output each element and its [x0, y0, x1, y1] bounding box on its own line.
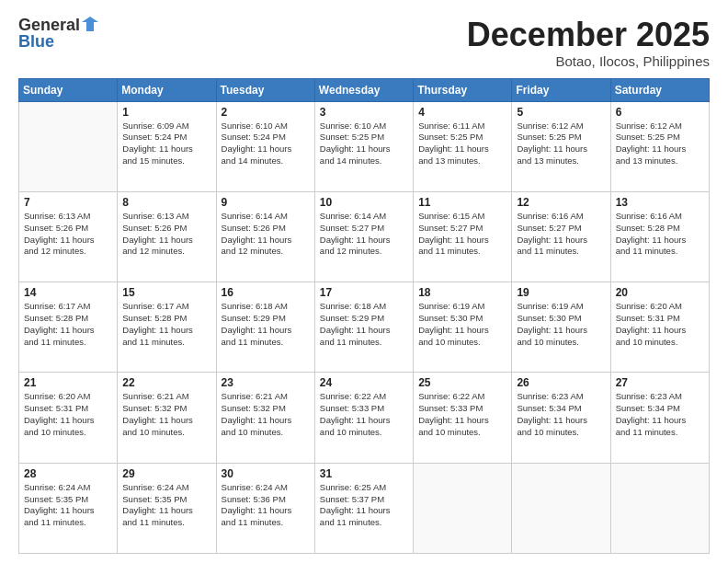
calendar-cell: 6Sunrise: 6:12 AM Sunset: 5:25 PM Daylig…: [610, 101, 709, 191]
day-number: 25: [418, 376, 506, 389]
calendar-cell: 13Sunrise: 6:16 AM Sunset: 5:28 PM Dayli…: [610, 191, 709, 282]
day-number: 20: [616, 286, 704, 299]
calendar-cell: 23Sunrise: 6:21 AM Sunset: 5:32 PM Dayli…: [216, 373, 314, 463]
day-info: Sunrise: 6:17 AM Sunset: 5:28 PM Dayligh…: [122, 301, 210, 348]
calendar-cell: 31Sunrise: 6:25 AM Sunset: 5:37 PM Dayli…: [314, 463, 413, 553]
calendar-cell: 10Sunrise: 6:14 AM Sunset: 5:27 PM Dayli…: [314, 191, 413, 282]
day-number: 31: [320, 467, 408, 480]
day-info: Sunrise: 6:24 AM Sunset: 5:36 PM Dayligh…: [222, 482, 310, 529]
calendar-cell: 25Sunrise: 6:22 AM Sunset: 5:33 PM Dayli…: [414, 373, 512, 463]
calendar-cell: 27Sunrise: 6:23 AM Sunset: 5:34 PM Dayli…: [610, 373, 709, 463]
week-row-1: 7Sunrise: 6:13 AM Sunset: 5:26 PM Daylig…: [19, 191, 710, 282]
day-info: Sunrise: 6:14 AM Sunset: 5:26 PM Dayligh…: [222, 211, 310, 258]
day-info: Sunrise: 6:23 AM Sunset: 5:34 PM Dayligh…: [616, 391, 704, 438]
day-number: 7: [24, 196, 112, 209]
day-info: Sunrise: 6:15 AM Sunset: 5:27 PM Dayligh…: [418, 211, 506, 258]
svg-marker-0: [82, 17, 98, 31]
calendar-cell: 21Sunrise: 6:20 AM Sunset: 5:31 PM Dayli…: [19, 373, 118, 463]
header-row: SundayMondayTuesdayWednesdayThursdayFrid…: [19, 78, 710, 101]
day-info: Sunrise: 6:13 AM Sunset: 5:26 PM Dayligh…: [24, 211, 112, 258]
calendar-cell: 19Sunrise: 6:19 AM Sunset: 5:30 PM Dayli…: [512, 282, 610, 373]
day-header-wednesday: Wednesday: [314, 78, 413, 101]
calendar-table: SundayMondayTuesdayWednesdayThursdayFrid…: [18, 78, 710, 554]
month-title: December 2025: [467, 17, 710, 53]
day-number: 5: [517, 106, 605, 119]
calendar-cell: 20Sunrise: 6:20 AM Sunset: 5:31 PM Dayli…: [610, 282, 709, 373]
calendar-cell: 4Sunrise: 6:11 AM Sunset: 5:25 PM Daylig…: [414, 101, 512, 191]
calendar-cell: 12Sunrise: 6:16 AM Sunset: 5:27 PM Dayli…: [512, 191, 610, 282]
day-number: 29: [122, 467, 210, 480]
day-header-monday: Monday: [118, 78, 216, 101]
day-header-sunday: Sunday: [19, 78, 118, 101]
day-info: Sunrise: 6:25 AM Sunset: 5:37 PM Dayligh…: [320, 482, 408, 529]
day-info: Sunrise: 6:24 AM Sunset: 5:35 PM Dayligh…: [122, 482, 210, 529]
calendar-cell: 24Sunrise: 6:22 AM Sunset: 5:33 PM Dayli…: [314, 373, 413, 463]
day-number: 21: [24, 376, 112, 389]
week-row-2: 14Sunrise: 6:17 AM Sunset: 5:28 PM Dayli…: [19, 282, 710, 373]
day-info: Sunrise: 6:22 AM Sunset: 5:33 PM Dayligh…: [320, 391, 408, 438]
day-header-thursday: Thursday: [414, 78, 512, 101]
day-number: 9: [222, 196, 310, 209]
day-info: Sunrise: 6:17 AM Sunset: 5:28 PM Dayligh…: [24, 301, 112, 348]
day-number: 14: [24, 286, 112, 299]
day-number: 22: [122, 376, 210, 389]
day-info: Sunrise: 6:18 AM Sunset: 5:29 PM Dayligh…: [320, 301, 408, 348]
day-number: 10: [320, 196, 408, 209]
day-number: 23: [222, 376, 310, 389]
page: General Blue December 2025 Botao, Ilocos…: [0, 0, 728, 563]
day-info: Sunrise: 6:19 AM Sunset: 5:30 PM Dayligh…: [517, 301, 605, 348]
header: General Blue December 2025 Botao, Ilocos…: [18, 17, 710, 69]
day-number: 27: [616, 376, 704, 389]
day-number: 6: [616, 106, 704, 119]
week-row-0: 1Sunrise: 6:09 AM Sunset: 5:24 PM Daylig…: [19, 101, 710, 191]
logo: General Blue: [18, 17, 98, 52]
day-number: 8: [122, 196, 210, 209]
day-header-saturday: Saturday: [610, 78, 709, 101]
day-info: Sunrise: 6:11 AM Sunset: 5:25 PM Dayligh…: [418, 121, 506, 167]
calendar-cell: 22Sunrise: 6:21 AM Sunset: 5:32 PM Dayli…: [118, 373, 216, 463]
day-number: 12: [517, 196, 605, 209]
calendar-cell: 14Sunrise: 6:17 AM Sunset: 5:28 PM Dayli…: [19, 282, 118, 373]
day-info: Sunrise: 6:19 AM Sunset: 5:30 PM Dayligh…: [418, 301, 506, 348]
day-info: Sunrise: 6:12 AM Sunset: 5:25 PM Dayligh…: [517, 121, 605, 167]
day-info: Sunrise: 6:16 AM Sunset: 5:27 PM Dayligh…: [517, 211, 605, 258]
day-number: 1: [122, 106, 210, 119]
calendar-cell: 5Sunrise: 6:12 AM Sunset: 5:25 PM Daylig…: [512, 101, 610, 191]
calendar-cell: 30Sunrise: 6:24 AM Sunset: 5:36 PM Dayli…: [216, 463, 314, 553]
day-info: Sunrise: 6:10 AM Sunset: 5:24 PM Dayligh…: [222, 121, 310, 167]
day-number: 26: [517, 376, 605, 389]
day-info: Sunrise: 6:13 AM Sunset: 5:26 PM Dayligh…: [122, 211, 210, 258]
day-number: 30: [222, 467, 310, 480]
day-info: Sunrise: 6:22 AM Sunset: 5:33 PM Dayligh…: [418, 391, 506, 438]
calendar-cell: [19, 101, 118, 191]
day-header-tuesday: Tuesday: [216, 78, 314, 101]
day-info: Sunrise: 6:20 AM Sunset: 5:31 PM Dayligh…: [616, 301, 704, 348]
logo-icon: [82, 17, 98, 33]
calendar-cell: 29Sunrise: 6:24 AM Sunset: 5:35 PM Dayli…: [118, 463, 216, 553]
day-number: 28: [24, 467, 112, 480]
day-info: Sunrise: 6:20 AM Sunset: 5:31 PM Dayligh…: [24, 391, 112, 438]
logo-blue-text: Blue: [18, 33, 54, 52]
day-number: 11: [418, 196, 506, 209]
calendar-cell: 3Sunrise: 6:10 AM Sunset: 5:25 PM Daylig…: [314, 101, 413, 191]
calendar-cell: 2Sunrise: 6:10 AM Sunset: 5:24 PM Daylig…: [216, 101, 314, 191]
calendar-cell: [610, 463, 709, 553]
calendar-cell: 9Sunrise: 6:14 AM Sunset: 5:26 PM Daylig…: [216, 191, 314, 282]
calendar-cell: 15Sunrise: 6:17 AM Sunset: 5:28 PM Dayli…: [118, 282, 216, 373]
day-number: 24: [320, 376, 408, 389]
day-number: 16: [222, 286, 310, 299]
calendar-cell: 18Sunrise: 6:19 AM Sunset: 5:30 PM Dayli…: [414, 282, 512, 373]
day-header-friday: Friday: [512, 78, 610, 101]
day-info: Sunrise: 6:09 AM Sunset: 5:24 PM Dayligh…: [122, 121, 210, 167]
calendar-cell: 28Sunrise: 6:24 AM Sunset: 5:35 PM Dayli…: [19, 463, 118, 553]
day-info: Sunrise: 6:21 AM Sunset: 5:32 PM Dayligh…: [122, 391, 210, 438]
location: Botao, Ilocos, Philippines: [467, 53, 710, 69]
day-number: 17: [320, 286, 408, 299]
calendar-cell: 11Sunrise: 6:15 AM Sunset: 5:27 PM Dayli…: [414, 191, 512, 282]
calendar-cell: 17Sunrise: 6:18 AM Sunset: 5:29 PM Dayli…: [314, 282, 413, 373]
week-row-3: 21Sunrise: 6:20 AM Sunset: 5:31 PM Dayli…: [19, 373, 710, 463]
day-number: 19: [517, 286, 605, 299]
day-number: 2: [222, 106, 310, 119]
day-info: Sunrise: 6:23 AM Sunset: 5:34 PM Dayligh…: [517, 391, 605, 438]
calendar-cell: [414, 463, 512, 553]
